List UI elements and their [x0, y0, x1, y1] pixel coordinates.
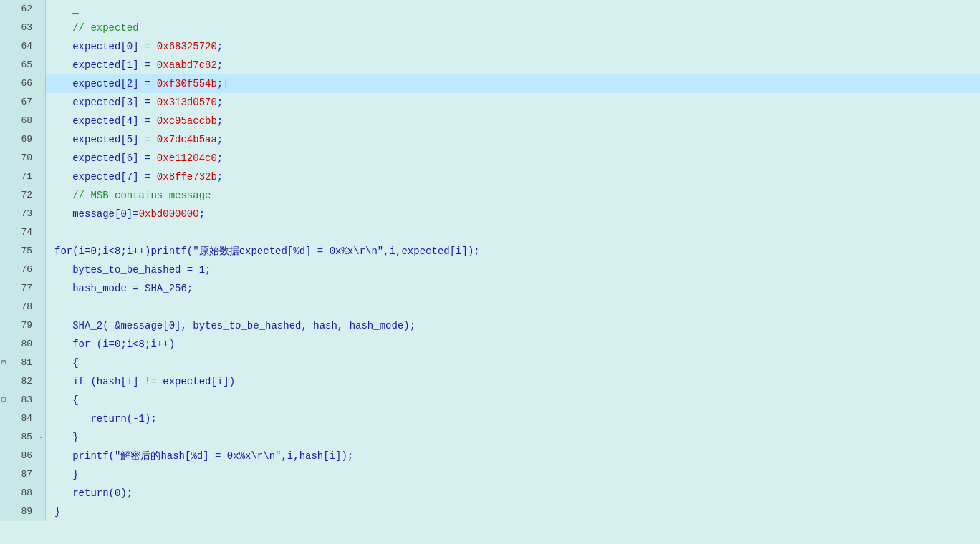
fold-icon[interactable]: ⊟: [1, 354, 6, 372]
line-content: expected[2] = 0xf30f554b;|: [46, 74, 980, 93]
code-line: 79 SHA_2( &message[0], bytes_to_be_hashe…: [0, 316, 980, 335]
code-segment: expected[5] =: [54, 130, 157, 149]
line-content: expected[7] = 0x8ffe732b;: [46, 167, 980, 186]
line-dash: [37, 447, 46, 465]
line-content: }: [46, 502, 980, 521]
code-line: 89}: [0, 502, 980, 521]
code-line: 68 expected[4] = 0xc95accbb;: [0, 112, 980, 130]
code-line: 65 expected[1] = 0xaabd7c82;: [0, 56, 980, 74]
code-line: 84- return(-1);: [0, 409, 980, 428]
line-content: expected[6] = 0xe11204c0;: [46, 149, 980, 167]
line-dash: [37, 354, 46, 372]
line-content: [46, 298, 980, 316]
line-number: 79: [0, 316, 37, 335]
line-dash: [37, 316, 46, 335]
line-number: 64: [0, 37, 37, 56]
code-segment: bytes_to_be_hashed = 1;: [54, 261, 211, 279]
line-number: 62: [0, 0, 37, 19]
fold-icon[interactable]: ⊟: [1, 391, 6, 409]
code-editor: 62 _63 // expected64 expected[0] = 0x683…: [0, 0, 980, 544]
code-segment: }: [54, 502, 60, 521]
line-content: expected[1] = 0xaabd7c82;: [46, 56, 980, 74]
code-line: 88 return(0);: [0, 484, 980, 502]
line-content: {: [46, 391, 980, 409]
line-dash: [37, 56, 46, 74]
line-number: 65: [0, 56, 37, 74]
line-dash: [37, 205, 46, 223]
code-segment: return(0);: [54, 484, 133, 502]
line-number: 89: [0, 502, 37, 521]
line-number: 68: [0, 112, 37, 130]
line-content: bytes_to_be_hashed = 1;: [46, 261, 980, 279]
line-number: 85: [0, 428, 37, 447]
code-segment: }: [54, 465, 79, 484]
line-content: expected[4] = 0xc95accbb;: [46, 112, 980, 130]
code-segment: printf("解密后的hash[%d] = 0x%x\r\n",i,hash[…: [54, 447, 353, 465]
code-segment: 0xc95accbb: [157, 112, 217, 130]
line-content: return(0);: [46, 484, 980, 502]
line-content: {: [46, 354, 980, 372]
code-segment: // MSB contains message: [54, 186, 211, 205]
line-dash: [37, 130, 46, 149]
line-content: _: [46, 0, 980, 19]
code-line: 62 _: [0, 0, 980, 19]
code-line: 64 expected[0] = 0x68325720;: [0, 37, 980, 56]
line-number: 87: [0, 465, 37, 484]
line-content: if (hash[i] != expected[i]): [46, 372, 980, 391]
line-content: expected[3] = 0x313d0570;: [46, 93, 980, 112]
code-line: 66 expected[2] = 0xf30f554b;|: [0, 74, 980, 93]
code-segment: ;: [217, 93, 223, 112]
code-segment: ;: [217, 149, 223, 167]
code-line: 73 message[0]=0xbd000000;: [0, 205, 980, 223]
code-segment: ;: [217, 56, 223, 74]
line-number: 70: [0, 149, 37, 167]
code-segment: ;|: [217, 74, 229, 93]
code-segment: _: [54, 0, 79, 19]
code-line: 75for(i=0;i<8;i++)printf("原始数据expected[%…: [0, 242, 980, 261]
code-line: 82 if (hash[i] != expected[i]): [0, 372, 980, 391]
line-number: 82: [0, 372, 37, 391]
line-dash: -: [37, 465, 46, 484]
code-segment: expected[4] =: [54, 112, 157, 130]
code-line: 74: [0, 223, 980, 242]
code-segment: 0x8ffe732b: [157, 167, 217, 186]
code-segment: for(i=0;i<8;i++)printf("原始数据expected[%d]…: [54, 242, 480, 261]
line-dash: [37, 0, 46, 19]
code-line: 67 expected[3] = 0x313d0570;: [0, 93, 980, 112]
code-segment: ;: [217, 167, 223, 186]
line-number: 77: [0, 279, 37, 298]
line-number: 78: [0, 298, 37, 316]
line-dash: [37, 149, 46, 167]
code-segment: 0x7dc4b5aa: [157, 130, 217, 149]
code-segment: expected[1] =: [54, 56, 157, 74]
line-dash: [37, 335, 46, 354]
line-content: message[0]=0xbd000000;: [46, 205, 980, 223]
code-segment: 0xe11204c0: [157, 149, 217, 167]
line-dash: [37, 372, 46, 391]
code-line: ⊟81 {: [0, 354, 980, 372]
code-line: 76 bytes_to_be_hashed = 1;: [0, 261, 980, 279]
line-dash: [37, 242, 46, 261]
line-content: hash_mode = SHA_256;: [46, 279, 980, 298]
line-dash: [37, 19, 46, 37]
code-line: 69 expected[5] = 0x7dc4b5aa;: [0, 130, 980, 149]
code-segment: expected[6] =: [54, 149, 157, 167]
line-number: 88: [0, 484, 37, 502]
code-segment: 0x68325720: [157, 37, 217, 56]
line-content: for (i=0;i<8;i++): [46, 335, 980, 354]
line-number: 66: [0, 74, 37, 93]
line-number: 71: [0, 167, 37, 186]
line-number: 67: [0, 93, 37, 112]
code-line: ⊟83 {: [0, 391, 980, 409]
line-number: ⊟83: [0, 391, 37, 409]
code-line: 86 printf("解密后的hash[%d] = 0x%x\r\n",i,ha…: [0, 447, 980, 465]
line-dash: [37, 112, 46, 130]
line-number: 76: [0, 261, 37, 279]
line-number: 73: [0, 205, 37, 223]
code-segment: expected[3] =: [54, 93, 157, 112]
line-dash: [37, 37, 46, 56]
line-number: 80: [0, 335, 37, 354]
line-dash: [37, 167, 46, 186]
line-dash: [37, 186, 46, 205]
code-segment: expected[2] =: [54, 74, 157, 93]
